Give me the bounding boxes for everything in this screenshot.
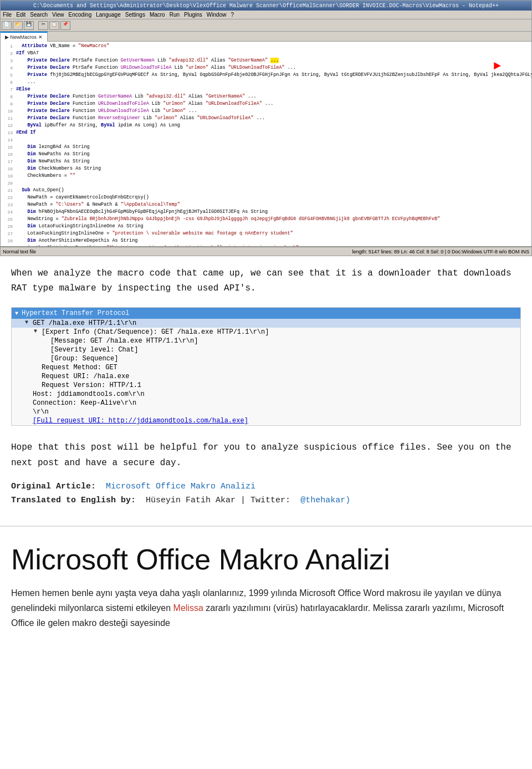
translated-label: Translated to English by: (11, 496, 136, 505)
section-divider (0, 526, 532, 527)
packet-row-expert: ▼ [Expert Info (Chat/Sequence): GET /hal… (12, 328, 520, 337)
toolbar-btn-copy[interactable]: 📋 (49, 21, 59, 30)
statusbar-filetype: Normal text file (3, 249, 36, 254)
tab-bar: ▶ NewMacros ✕ (1, 32, 531, 42)
packet-header: ▼ Hypertext Transfer Protocol (12, 308, 520, 319)
toolbar-btn-paste[interactable]: 📌 (60, 21, 70, 30)
menu-run[interactable]: Run (170, 12, 180, 18)
titlebar: C:\Documents and Settings\Administrator\… (1, 1, 531, 11)
code-screenshot: C:\Documents and Settings\Administrator\… (0, 0, 532, 256)
packet-row-method: Request Method: GET (12, 363, 520, 372)
packet-row-group: [Group: Sequence] (12, 354, 520, 363)
expand-icon[interactable]: ▼ (15, 310, 18, 317)
packet-row-message: [Message: GET /hala.exe HTTP/1.1\r\n] (12, 337, 520, 345)
expert-expand-icon[interactable]: ▼ (34, 328, 39, 334)
menu-file[interactable]: File (3, 12, 12, 18)
original-article-link[interactable]: Microsoft Office Makro Analizi (106, 482, 255, 491)
packet-row-version: Request Version: HTTP/1.1 (12, 381, 520, 390)
menu-macro[interactable]: Macro (150, 12, 165, 18)
toolbar-btn-open[interactable]: 📂 (13, 21, 23, 30)
original-article-line1: Original Article: Microsoft Office Makro… (11, 480, 521, 494)
menu-view[interactable]: View (52, 12, 64, 18)
packet-row-crlf: \r\n (12, 408, 520, 416)
menu-plugins[interactable]: Plugins (184, 12, 202, 18)
menu-language[interactable]: Language (96, 12, 121, 18)
packet-row-severity: [Severity level: Chat] (12, 345, 520, 354)
packet-row-host: Host: jddiamondtools.com\r\n (12, 390, 520, 399)
article-paragraph1: When we analyze the macro code that came… (0, 256, 532, 302)
translated-by-line: Translated to English by: Hüseyin Fatih … (11, 493, 521, 508)
original-article-section: Original Article: Microsoft Office Makro… (0, 475, 532, 515)
post-paragraph: Hope that this post will be helpful for … (0, 431, 532, 475)
toolbar-btn-new[interactable]: 📄 (2, 21, 12, 30)
packet-row-connection: Connection: Keep-Alive\r\n (12, 399, 520, 408)
packet-capture: ▼ Hypertext Transfer Protocol ▼ GET /hal… (11, 307, 521, 426)
toolbar-btn-cut[interactable]: ✂ (38, 21, 48, 30)
menu-settings[interactable]: Settings (125, 12, 145, 18)
toolbar: 📄 📂 💾 ✂ 📋 📌 (1, 19, 531, 32)
statusbar: Normal text file length: 5147 lines: 89 … (1, 247, 531, 256)
twitter-link[interactable]: @thehakar) (300, 496, 350, 505)
packet-row-get: ▼ GET /hala.exe HTTP/1.1\r\n (12, 319, 520, 328)
tab-viewmacros[interactable]: ▶ NewMacros ✕ (1, 32, 48, 42)
turkish-paragraph: Hemen hemen benle aynı yaşta veya daha y… (11, 585, 521, 631)
full-uri-link[interactable]: [Full request URI: http://jddiamondtools… (33, 417, 248, 425)
menu-help[interactable]: ? (231, 12, 234, 18)
menu-window[interactable]: Window (207, 12, 227, 18)
original-article-label: Original Article: (11, 482, 96, 491)
red-arrow-annotation: ► (494, 63, 501, 70)
packet-row-full-uri: [Full request URI: http://jddiamondtools… (12, 416, 520, 425)
turkish-article-text: Hemen hemen benle aynı yaşta veya daha y… (0, 585, 532, 636)
menubar: File Edit Search View Encoding Language … (1, 11, 531, 19)
packet-row-uri: Request URI: /hala.exe (12, 372, 520, 381)
turkish-article-title: Microsoft Office Makro Analizi (0, 538, 532, 585)
get-expand-icon[interactable]: ▼ (25, 319, 30, 325)
menu-search[interactable]: Search (30, 12, 48, 18)
titlebar-text: C:\Documents and Settings\Administrator\… (3, 3, 529, 9)
menu-encoding[interactable]: Encoding (69, 12, 92, 18)
melissa-highlight: Melissa (173, 603, 203, 613)
menu-edit[interactable]: Edit (16, 12, 25, 18)
toolbar-btn-save[interactable]: 💾 (24, 21, 34, 30)
statusbar-info: length: 5147 lines: 89 Ln: 46 Col: 8 Sel… (352, 249, 529, 254)
author-name: Hüseyin Fatih Akar | Twitter: (146, 496, 290, 505)
packet-title: Hypertext Transfer Protocol (22, 309, 129, 317)
code-editor: 1 Attribute VB_Name = "NewMacros" 2#If V… (1, 42, 531, 247)
